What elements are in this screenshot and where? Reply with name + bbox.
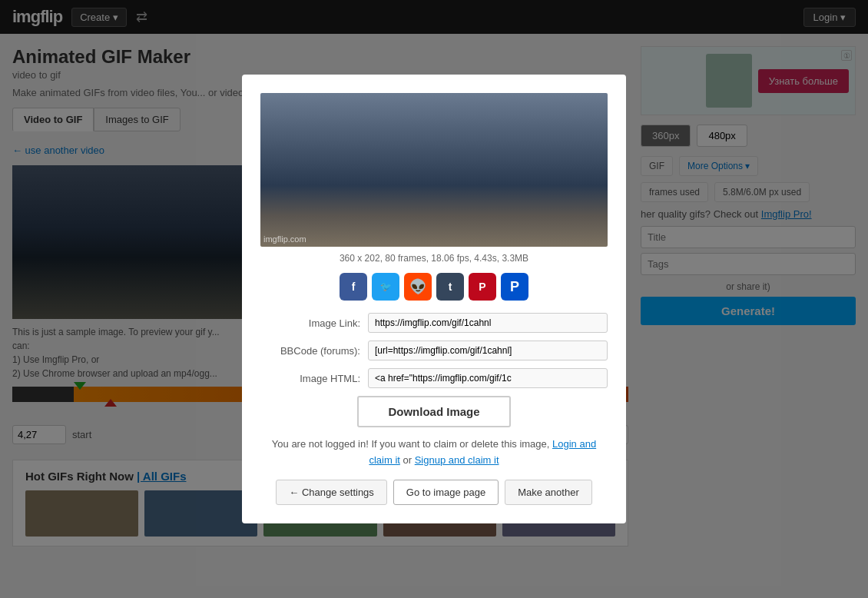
goto-image-button[interactable]: Go to image page — [393, 480, 499, 505]
bbcode-row: BBCode (forums): — [260, 341, 608, 360]
image-html-row: Image HTML: — [260, 368, 608, 388]
change-settings-button[interactable]: ← Change settings — [276, 480, 387, 505]
modal-gif-preview: imgflip.com — [260, 93, 608, 247]
modal-gif-info: 360 x 202, 80 frames, 18.06 fps, 4.43s, … — [260, 253, 608, 264]
tumblr-share-icon[interactable]: t — [436, 273, 464, 301]
bbcode-label: BBCode (forums): — [260, 345, 360, 357]
reddit-share-icon[interactable]: 👽 — [404, 273, 432, 301]
watermark: imgflip.com — [263, 234, 306, 244]
image-html-label: Image HTML: — [260, 373, 360, 384]
make-another-button[interactable]: Make another — [505, 480, 592, 505]
image-html-input[interactable] — [368, 368, 608, 388]
modal-overlay: imgflip.com 360 x 202, 80 frames, 18.06 … — [0, 0, 868, 559]
download-image-button[interactable]: Download Image — [357, 396, 511, 427]
social-share-bar: f 🐦 👽 t P P — [260, 273, 608, 301]
image-link-input[interactable] — [368, 313, 608, 333]
image-link-label: Image Link: — [260, 317, 360, 329]
bbcode-input[interactable] — [368, 341, 608, 360]
facebook-share-icon[interactable]: f — [340, 273, 367, 301]
modal-dialog: imgflip.com 360 x 202, 80 frames, 18.06 … — [242, 75, 626, 523]
modal-action-buttons: ← Change settings Go to image page Make … — [260, 480, 608, 505]
twitter-share-icon[interactable]: 🐦 — [372, 273, 399, 301]
image-link-row: Image Link: — [260, 313, 608, 333]
pinterest-share-icon[interactable]: P — [469, 273, 496, 301]
pixiv-share-icon[interactable]: P — [501, 273, 528, 301]
not-logged-text: You are not logged in! If you want to cl… — [260, 437, 608, 469]
signup-claim-link[interactable]: Signup and claim it — [415, 454, 499, 466]
